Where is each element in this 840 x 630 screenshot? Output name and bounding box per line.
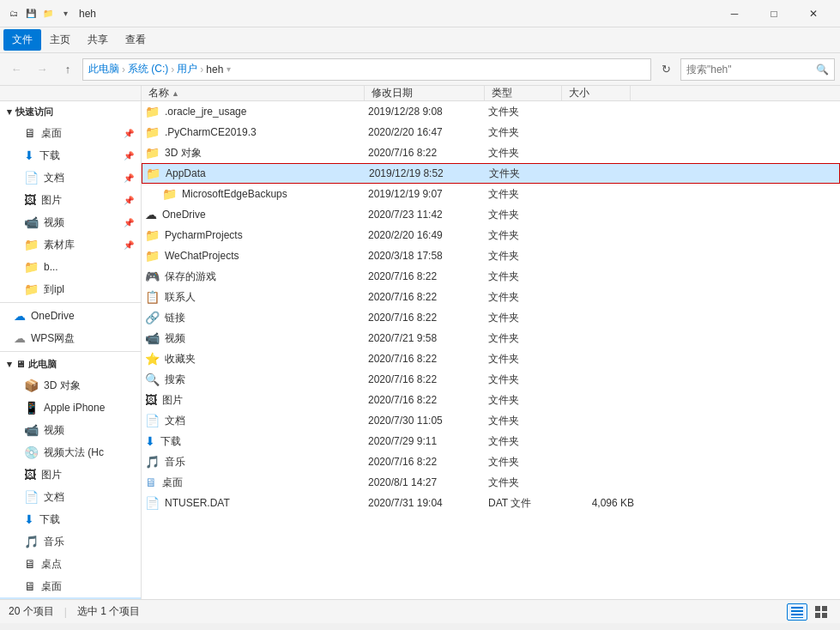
menu-view[interactable]: 查看 (117, 29, 154, 51)
sidebar-item-c-drive[interactable]: 💽 系统 (C:) (0, 597, 141, 599)
table-row[interactable]: 📁 PycharmProjects 2020/2/20 16:49 文件夹 (142, 225, 840, 245)
sidebar-item-3d[interactable]: 📦 3D 对象 (0, 374, 141, 397)
table-row[interactable]: 📁 AppData 2019/12/19 8:52 文件夹 (142, 163, 840, 184)
download2-icon: ⬇ (24, 512, 34, 526)
file-name: 下载 (160, 434, 181, 449)
sidebar-item-iphone[interactable]: 📱 Apple iPhone (0, 397, 141, 419)
table-row[interactable]: ⬇ 下载 2020/7/29 9:11 文件夹 (142, 431, 840, 451)
table-row[interactable]: 🖥 桌面 2020/8/1 14:27 文件夹 (142, 472, 840, 493)
sidebar-item-image2[interactable]: 🖼 图片 (0, 463, 141, 486)
this-pc-header[interactable]: ▾ 🖥 此电脑 (0, 354, 141, 374)
nav-bar: ← → ↑ 此电脑 › 系统 (C:) › 用户 › heh ▾ ↻ 🔍 (0, 53, 840, 86)
sidebar-item-download2[interactable]: ⬇ 下载 (0, 508, 141, 530)
menu-bar: 文件 主页 共享 查看 (0, 27, 840, 53)
dropdown-arrow-icon[interactable]: ▾ (58, 7, 72, 21)
table-row[interactable]: 🖼 图片 2020/7/16 8:22 文件夹 (142, 390, 840, 410)
sidebar-item-wps[interactable]: ☁ WPS网盘 (0, 327, 141, 349)
sidebar-item-hc[interactable]: 💿 视频大法 (Hc (0, 441, 141, 463)
sidebar-item-video[interactable]: 📹 视频 📌 (0, 211, 141, 233)
file-size: 4,096 KB (565, 497, 634, 509)
quick-access-header[interactable]: ▾ 快速访问 (0, 101, 141, 122)
sidebar-item-image[interactable]: 🖼 图片 📌 (0, 189, 141, 211)
file-name-cell: 📁 3D 对象 (145, 146, 368, 161)
table-row[interactable]: 🎮 保存的游戏 2020/7/16 8:22 文件夹 (142, 266, 840, 287)
forward-button[interactable]: → (31, 58, 53, 81)
breadcrumb-current: heh (206, 64, 223, 76)
sidebar-item-desktop2[interactable]: 🖥 桌面 (0, 575, 141, 597)
sidebar-item-onedrive[interactable]: ☁ OneDrive (0, 305, 141, 327)
file-name: 桌面 (162, 476, 183, 490)
table-row[interactable]: 📁 .PyCharmCE2019.3 2020/2/20 16:47 文件夹 (142, 122, 840, 142)
column-headers: 名称 ▲ 修改日期 类型 大小 (0, 86, 840, 101)
table-row[interactable]: 📄 NTUSER.DAT 2020/7/31 19:04 DAT 文件 4,09… (142, 493, 840, 513)
table-row[interactable]: ⭐ 收藏夹 2020/7/16 8:22 文件夹 (142, 348, 840, 369)
col-type[interactable]: 类型 (485, 86, 562, 100)
search-bar[interactable]: 🔍 (680, 58, 835, 81)
download-icon: ⬇ (24, 148, 34, 162)
table-row[interactable]: 📁 3D 对象 2020/7/16 8:22 文件夹 (142, 142, 840, 163)
sidebar-item-desktop[interactable]: 🖥 桌面 📌 (0, 122, 141, 144)
table-row[interactable]: 📋 联系人 2020/7/16 8:22 文件夹 (142, 287, 840, 307)
file-type: 文件夹 (488, 455, 565, 469)
back-button[interactable]: ← (5, 58, 27, 81)
breadcrumb-pc[interactable]: 此电脑 (88, 62, 119, 76)
svg-rect-5 (822, 606, 827, 611)
sidebar-item-ipl[interactable]: 📁 到ipl (0, 278, 141, 300)
up-button[interactable]: ↑ (57, 58, 79, 81)
sidebar-item-materials[interactable]: 📁 素材库 📌 (0, 233, 141, 256)
table-row[interactable]: 🔗 链接 2020/7/16 8:22 文件夹 (142, 307, 840, 328)
window-title: heh (79, 8, 715, 20)
file-name: .PyCharmCE2019.3 (165, 126, 257, 138)
sidebar-item-zuodian[interactable]: 🖥 桌点 (0, 553, 141, 575)
table-row[interactable]: 📹 视频 2020/7/21 9:58 文件夹 (142, 328, 840, 348)
file-icon: 📹 (145, 331, 160, 345)
sidebar-item-music[interactable]: 🎵 音乐 (0, 530, 141, 553)
search-input[interactable] (686, 64, 816, 76)
file-type: DAT 文件 (488, 496, 565, 511)
file-name: OneDrive (162, 209, 206, 221)
table-row[interactable]: 📄 文档 2020/7/30 11:05 文件夹 (142, 410, 840, 431)
music-icon: 🎵 (24, 535, 39, 548)
detail-view-button[interactable] (787, 603, 807, 621)
pin-icon: 📌 (124, 173, 134, 183)
sidebar-item-doc[interactable]: 📄 文档 📌 (0, 167, 141, 189)
col-name[interactable]: 名称 ▲ (142, 86, 365, 100)
file-icon: 📁 (162, 187, 177, 201)
file-icon: 📁 (145, 146, 160, 160)
view-controls (787, 603, 831, 621)
refresh-button[interactable]: ↻ (655, 58, 677, 81)
table-row[interactable]: 🎵 音乐 2020/7/16 8:22 文件夹 (142, 451, 840, 472)
menu-file[interactable]: 文件 (3, 29, 41, 51)
menu-home[interactable]: 主页 (41, 29, 79, 51)
breadcrumb-user[interactable]: 用户 (177, 62, 197, 76)
sidebar-item-video2[interactable]: 📹 视频 (0, 419, 141, 441)
file-date: 2020/7/30 11:05 (368, 415, 488, 427)
sidebar-item-doc2[interactable]: 📄 文档 (0, 486, 141, 508)
folder-icon: 📁 (24, 238, 39, 251)
breadcrumb-c[interactable]: 系统 (C:) (128, 62, 168, 76)
file-name-cell: 📁 WeChatProjects (145, 249, 368, 263)
minimize-button[interactable]: ─ (715, 0, 754, 27)
file-name-cell: 📹 视频 (145, 331, 368, 346)
file-name-cell: 📄 NTUSER.DAT (145, 496, 368, 510)
close-button[interactable]: ✕ (794, 0, 833, 27)
maximize-button[interactable]: □ (754, 0, 794, 27)
table-row[interactable]: 📁 WeChatProjects 2020/3/18 17:58 文件夹 (142, 245, 840, 266)
col-date[interactable]: 修改日期 (365, 86, 485, 100)
file-icon: ⭐ (145, 352, 160, 366)
file-name: 视频 (165, 331, 185, 346)
menu-share[interactable]: 共享 (79, 29, 117, 51)
table-row[interactable]: ☁ OneDrive 2020/7/23 11:42 文件夹 (142, 204, 840, 225)
file-name: WeChatProjects (165, 250, 239, 262)
tile-view-button[interactable] (811, 603, 831, 621)
sidebar-item-download[interactable]: ⬇ 下载 📌 (0, 144, 141, 167)
table-row[interactable]: 🔍 搜索 2020/7/16 8:22 文件夹 (142, 369, 840, 390)
address-bar[interactable]: 此电脑 › 系统 (C:) › 用户 › heh ▾ (82, 58, 651, 81)
col-size[interactable]: 大小 (562, 86, 631, 100)
file-type: 文件夹 (489, 167, 566, 181)
table-row[interactable]: 📁 .oracle_jre_usage 2019/12/28 9:08 文件夹 (142, 101, 840, 122)
file-date: 2019/12/28 9:08 (368, 106, 488, 118)
sidebar-item-b[interactable]: 📁 b... (0, 256, 141, 278)
file-type: 文件夹 (488, 393, 565, 408)
table-row[interactable]: 📁 MicrosoftEdgeBackups 2019/12/19 9:07 文… (142, 184, 840, 204)
